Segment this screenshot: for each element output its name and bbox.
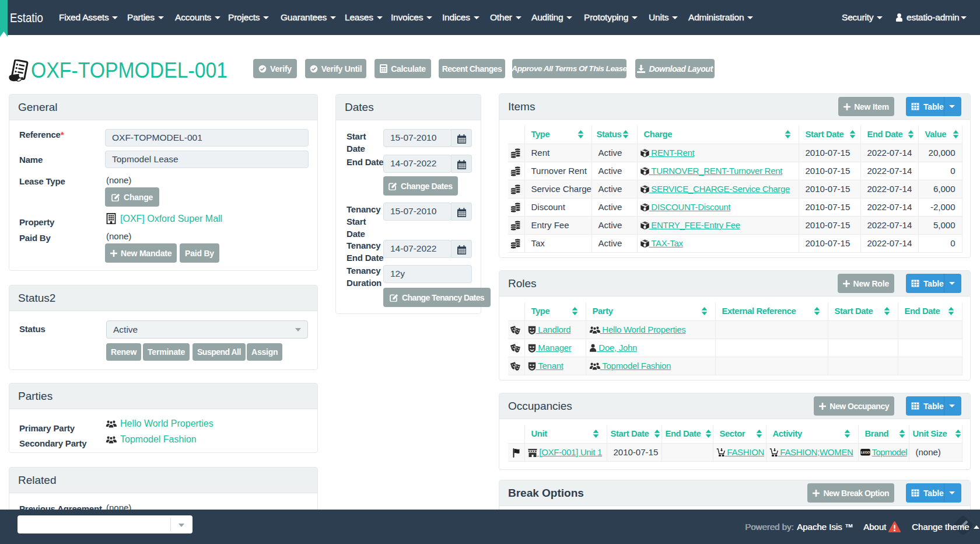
svg-text:OXF-TOPMODEL-001: OXF-TOPMODEL-001 [31, 58, 228, 82]
svg-text:Estatio: Estatio [10, 11, 43, 25]
